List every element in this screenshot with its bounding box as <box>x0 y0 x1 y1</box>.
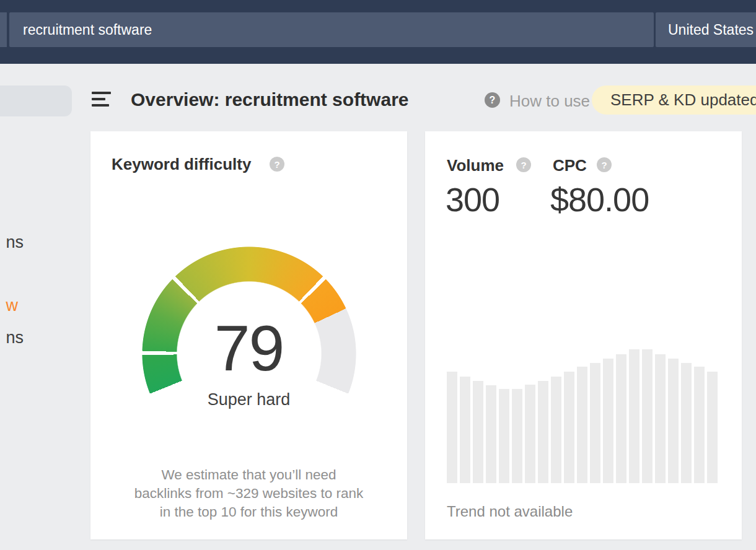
trend-bar <box>603 359 613 483</box>
kd-desc-line-3: in the top 10 for this keyword <box>90 503 407 522</box>
sidebar-item-fragment-1[interactable]: ns <box>0 233 24 252</box>
trend-bar <box>629 349 640 483</box>
kd-desc-line-2: backlinks from ~329 websites to rank <box>90 484 407 503</box>
trend-bar <box>447 372 457 483</box>
kd-desc-line-1: We estimate that you’ll need <box>90 466 407 484</box>
keyword-difficulty-label: Super hard <box>90 390 407 409</box>
volume-help-icon[interactable]: ? <box>516 157 531 172</box>
trend-bar <box>512 389 522 483</box>
country-selector-label: United States <box>668 22 754 38</box>
trend-bar <box>655 354 666 483</box>
sidebar-clipped-button[interactable] <box>0 85 72 116</box>
keyword-difficulty-help-icon[interactable]: ? <box>270 157 284 172</box>
trend-bar <box>707 372 718 483</box>
trend-bar <box>499 389 509 483</box>
keyword-difficulty-description: We estimate that you’ll need backlinks f… <box>90 466 407 522</box>
trend-bar <box>616 354 626 483</box>
trend-bar <box>460 377 470 483</box>
trend-bar <box>681 363 692 483</box>
how-to-use-link[interactable]: How to use <box>509 92 590 111</box>
sidebar-item-fragment-2[interactable]: ns <box>0 328 24 347</box>
volume-cpc-card: Volume ? CPC ? 300 $80.00 Trend not avai… <box>425 131 742 539</box>
keyword-search-input[interactable] <box>9 12 654 47</box>
top-navigation-bar: United States <box>0 0 756 64</box>
trend-bar <box>694 367 705 483</box>
trend-bar <box>590 363 600 483</box>
trend-bar <box>538 381 548 483</box>
trend-bar <box>564 372 574 483</box>
trend-bar <box>473 381 483 483</box>
volume-trend-placeholder-chart <box>447 349 718 483</box>
trend-bar <box>668 359 679 483</box>
cpc-value: $80.00 <box>550 180 649 219</box>
trend-not-available-note: Trend not available <box>447 503 573 520</box>
keyword-difficulty-card: Keyword difficulty ? 79 Super hard We es… <box>90 131 407 539</box>
cpc-help-icon[interactable]: ? <box>597 157 612 172</box>
keyword-difficulty-title: Keyword difficulty <box>112 155 251 174</box>
serp-kd-update-banner[interactable]: SERP & KD updated <box>592 85 756 115</box>
sidebar-item-fragment-active[interactable]: w <box>0 296 18 315</box>
page-help-icon[interactable]: ? <box>485 92 500 108</box>
country-selector[interactable]: United States <box>656 12 756 47</box>
trend-bar <box>551 377 561 483</box>
volume-label: Volume <box>447 156 504 175</box>
collapse-sidebar-icon[interactable] <box>92 92 112 107</box>
trend-bar <box>486 385 496 483</box>
clipped-nav-field[interactable] <box>0 12 7 47</box>
cpc-label: CPC <box>553 156 587 175</box>
app-window: United States ns w ns Overview: recruitm… <box>0 0 756 550</box>
page-title: Overview: recruitment software <box>131 89 409 110</box>
volume-value: 300 <box>446 180 499 219</box>
keyword-difficulty-value: 79 <box>90 315 407 382</box>
trend-bar <box>642 349 653 483</box>
trend-bar <box>525 385 535 483</box>
trend-bar <box>577 367 587 483</box>
